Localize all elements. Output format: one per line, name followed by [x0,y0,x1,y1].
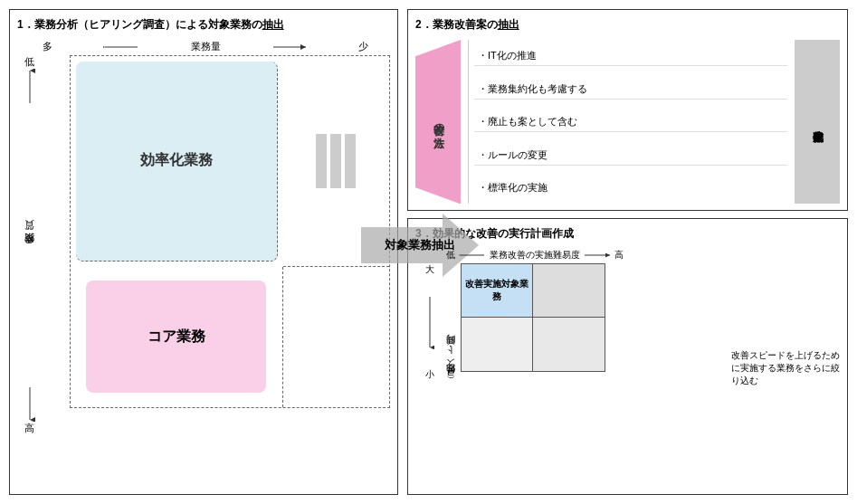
left-panel-title: 1．業務分析（ヒアリング調査）による対象業務の抽出 [17,17,390,33]
chart-small-label: 小 [425,368,434,381]
down-arrow-icon [24,385,35,422]
panel3-title: 3．効果的な改善の実行計画作成 [415,226,840,242]
axis-low-label: 低 [24,55,34,69]
chart-area: 低 業務改善の実施難易度 高 大 [415,249,717,488]
cell-tl-label: 改善実施対象業務 [462,278,532,303]
effect-label: 効果性（コスト・時間） [444,263,457,381]
efficiency-label: 効率化業務 [140,151,213,170]
stripe-bar-2 [330,134,341,188]
chart-cell-bl [462,318,533,371]
arrow-right [271,42,308,52]
matrix-wrapper: 低 業務の質 高 効率化業務 [17,55,390,435]
matrix-grid: 効率化業務 コア業務 [70,55,390,408]
panel2-title-underline: 抽出 [498,18,519,31]
left-arrow-icon [103,42,139,52]
stripe-bar-3 [345,134,356,188]
chart-grid-inner: 改善実施対象業務 [461,263,605,372]
method-label: 改善の方法 [431,116,446,128]
chart-top-axis-row: 低 業務改善の実施難易度 高 [446,249,717,262]
kaizen-create-box: 改善案作成 [795,40,840,204]
chart-left-arrow-icon [459,251,486,260]
list-item-4: ・ルールの変更 [474,146,787,166]
list-item-3: ・廃止も案として含む [474,112,787,132]
chart-effect-axis: 効果性（コスト・時間） [444,263,457,381]
chart-down-arrow-icon [424,295,435,349]
vert-axis-arrow: 業務の質 [23,69,36,422]
chart-body-row: 大 小 効果性（コスト・時間） [415,263,717,381]
panel2-title-text: 2．業務改善案の [415,18,498,31]
chart-axis-high: 高 [614,249,624,262]
chart-cell-br [533,318,605,371]
chart-grid: 改善実施対象業務 [461,263,605,372]
panel2-content: 改善の方法 ・IT化の推進 ・業務集約化も考慮する ・廃止も案として含む ・ルー… [415,40,840,204]
right-panels: 2．業務改善案の抽出 改善の方法 ・IT化の推進 ・業務集約化も考慮する ・廃止… [407,9,848,495]
axis-many-label: 多 [43,40,52,53]
core-inner: コア業務 [86,281,266,393]
core-label: コア業務 [148,328,205,347]
horiz-axis-bar: 多 業務量 少 [43,40,368,53]
chart-note-text: 改善スピードを上げるために実施する業務をさらに絞り込む [731,349,840,387]
axis-volume-label: 業務量 [191,40,221,53]
axis-few-label: 少 [358,40,368,53]
top-axis-row: 多 業務量 少 [17,40,390,53]
axis-high-label: 高 [24,422,34,435]
cell-efficiency: 効率化業務 [76,62,278,262]
list-item-5: ・標準化の実施 [474,178,787,197]
kaizen-method-shape: 改善の方法 [415,40,461,204]
left-title-text: 1．業務分析（ヒアリング調査）による対象業務の [17,18,262,31]
panel2-title: 2．業務改善案の抽出 [415,17,840,33]
chart-cell-tl: 改善実施対象業務 [462,264,533,318]
left-panel: 1．業務分析（ヒアリング調査）による対象業務の抽出 多 業務量 少 [9,9,398,495]
axis-quality-text: 業務の質 [23,240,36,252]
panel3: 3．効果的な改善の実行計画作成 低 業務改善の実施難易度 高 [407,218,848,495]
chart-difficulty-label: 業務改善の実施難易度 [490,249,580,262]
list-item-2: ・業務集約化も考慮する [474,80,787,100]
chart-big-label: 大 [425,263,434,276]
chart-right-arrow-icon [584,251,611,260]
stripe-bars [316,134,356,188]
cell-core: コア業務 [71,267,283,407]
up-arrow-icon [24,69,35,105]
quality-label: 業務の質 [23,155,36,336]
panel2: 2．業務改善案の抽出 改善の方法 ・IT化の推進 ・業務集約化も考慮する ・廃止… [407,9,848,211]
arrow-left [103,42,139,52]
cell-bottom-right [283,267,389,407]
list-item-1: ・IT化の推進 [474,46,787,66]
left-axis: 低 業務の質 高 [17,55,43,435]
right-arrow-icon [271,42,308,52]
left-title-underline: 抽出 [262,18,284,31]
chart-vert-axis: 大 小 [415,263,444,381]
improvement-list: ・IT化の推進 ・業務集約化も考慮する ・廃止も案として含む ・ルールの変更 ・… [468,40,787,204]
chart-axis-low: 低 [446,249,455,262]
chart-cell-tr [533,264,605,318]
panel3-content: 低 業務改善の実施難易度 高 大 [415,249,840,488]
stripe-bar-1 [316,134,327,188]
chart-note-area: 改善スピードを上げるために実施する業務をさらに絞り込む [724,249,840,488]
